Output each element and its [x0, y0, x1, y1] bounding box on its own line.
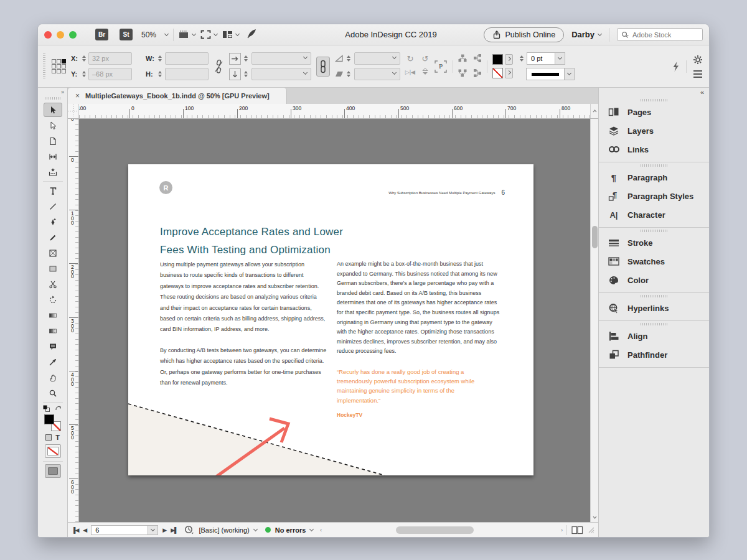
tool-content-collector[interactable]	[44, 165, 62, 179]
resize-grip-icon[interactable]	[588, 526, 594, 533]
horizontal-scrollbar-thumb[interactable]	[396, 526, 474, 534]
proxy-cell-selected[interactable]	[62, 59, 66, 63]
collapse-panels-icon[interactable]: «	[599, 88, 709, 97]
tool-note[interactable]	[44, 339, 62, 353]
flip-vertical-icon[interactable]	[421, 67, 429, 78]
tool-gradient-feather[interactable]	[44, 324, 62, 338]
formatting-affects-container-icon[interactable]	[45, 434, 52, 441]
view-options-button[interactable]	[179, 30, 195, 39]
proxy-cell[interactable]	[57, 64, 61, 68]
tool-pen[interactable]	[44, 215, 62, 229]
gear-icon[interactable]	[693, 55, 703, 65]
preflight-profile[interactable]: [Basic] (working)	[199, 526, 249, 534]
tool-line[interactable]	[44, 199, 62, 213]
user-menu-button[interactable]: Darby	[571, 30, 601, 39]
minimize-window-button[interactable]	[57, 31, 64, 39]
rotation-select[interactable]	[354, 52, 400, 65]
panel-item-links[interactable]: Links	[599, 140, 709, 159]
panel-group-drag-handle[interactable]	[599, 293, 709, 299]
scroll-left-button[interactable]: ‹	[320, 527, 321, 533]
tools-drag-handle[interactable]	[45, 97, 61, 100]
zoom-window-button[interactable]	[69, 31, 77, 39]
stroke-weight-stepper[interactable]	[518, 55, 525, 62]
panel-item-swatches[interactable]: Swatches	[599, 252, 709, 271]
tool-direct-selection[interactable]	[44, 118, 62, 133]
panel-item-hyperlinks[interactable]: Hyperlinks	[599, 299, 709, 317]
screen-mode-button[interactable]	[45, 464, 61, 478]
distribute-up-icon[interactable]	[458, 54, 467, 65]
unconstrain-proportions-icon[interactable]	[214, 59, 224, 74]
h-field[interactable]	[165, 68, 209, 80]
horizontal-scrollbar[interactable]	[328, 526, 554, 534]
scale-y-stepper[interactable]	[243, 71, 250, 77]
stroke-type-field[interactable]	[526, 68, 565, 80]
preflight-icon[interactable]	[184, 525, 194, 534]
h-stepper[interactable]	[157, 71, 164, 77]
preflight-status[interactable]: No errors	[275, 526, 306, 534]
adobe-stock-search[interactable]	[617, 28, 703, 41]
tool-zoom[interactable]	[44, 386, 62, 400]
shear-stepper[interactable]	[345, 71, 352, 77]
scale-x-stepper[interactable]	[243, 55, 250, 62]
stroke-weight-field[interactable]: 0 pt	[527, 52, 555, 65]
chevron-down-icon[interactable]	[309, 526, 314, 531]
formatting-affects-text-icon[interactable]: T	[55, 434, 60, 441]
tool-rectangle-frame[interactable]	[44, 246, 62, 260]
close-window-button[interactable]	[44, 31, 52, 39]
expand-dock-icon[interactable]: »	[61, 88, 67, 95]
fill-black-swatch[interactable]	[44, 414, 54, 424]
distribute-right-icon[interactable]	[473, 68, 482, 80]
shear-select[interactable]	[354, 68, 400, 80]
tool-gradient-swatch[interactable]	[44, 308, 62, 322]
publish-online-button[interactable]: Publish Online	[484, 27, 565, 42]
vertical-scrollbar-thumb[interactable]	[592, 226, 598, 248]
tool-page[interactable]	[44, 134, 62, 148]
tool-gap[interactable]	[44, 149, 62, 164]
tool-type[interactable]	[44, 184, 62, 198]
fill-menu-button[interactable]	[505, 54, 513, 65]
distribute-down-icon[interactable]	[458, 68, 467, 80]
y-stepper[interactable]	[80, 71, 87, 77]
swap-fill-stroke-icon[interactable]	[55, 405, 62, 412]
panel-item-color[interactable]: Color	[599, 271, 709, 289]
panel-menu-icon[interactable]	[693, 70, 702, 78]
tool-free-transform[interactable]	[44, 292, 62, 307]
panel-item-align[interactable]: Align	[599, 327, 709, 345]
rotation-stepper[interactable]	[345, 55, 352, 62]
reference-point-proxy[interactable]	[52, 59, 66, 73]
scroll-up-button[interactable]	[590, 104, 598, 118]
rotate-counterclockwise-icon[interactable]: ↺	[422, 55, 429, 63]
first-page-button[interactable]: ▐◀	[72, 527, 78, 533]
scale-x-select[interactable]	[251, 52, 311, 65]
proxy-cell[interactable]	[52, 69, 56, 73]
vertical-scrollbar[interactable]	[590, 119, 598, 522]
document-page[interactable]: R Why Subscription Businesses Need Multi…	[128, 164, 533, 475]
document-tab[interactable]: × MultipleGateways_Ebook_1b.indd @ 50% […	[68, 88, 287, 104]
panel-group-drag-handle[interactable]	[599, 321, 709, 327]
close-tab-icon[interactable]: ×	[75, 91, 80, 100]
panel-item-layers[interactable]: Layers	[599, 121, 709, 140]
vertical-ruler[interactable]: 00 0 100 200 300 400 500 600	[68, 119, 79, 522]
panel-item-paragraph[interactable]: ¶ Paragraph	[599, 168, 709, 187]
page-number-dropdown[interactable]	[148, 525, 158, 535]
panel-item-stroke[interactable]: Stroke	[599, 233, 709, 252]
panel-item-pages[interactable]: Pages	[599, 103, 709, 121]
panel-item-character[interactable]: A| Character	[599, 205, 709, 224]
x-field[interactable]: 32 px	[88, 52, 132, 65]
proxy-cell[interactable]	[52, 59, 56, 63]
pages-spread-icon[interactable]	[571, 526, 583, 534]
default-fill-stroke-icon[interactable]	[43, 405, 50, 412]
tool-scissors[interactable]	[44, 277, 62, 291]
last-page-button[interactable]: ▶▌	[171, 527, 177, 533]
scale-y-select[interactable]	[251, 68, 311, 80]
scroll-down-button[interactable]	[591, 510, 598, 521]
x-stepper[interactable]	[80, 55, 87, 62]
chevron-down-icon[interactable]	[253, 526, 258, 531]
touch-workspace-button[interactable]	[247, 29, 258, 41]
tool-selection[interactable]	[44, 103, 62, 117]
fill-swatch[interactable]	[492, 54, 503, 65]
proxy-cell[interactable]	[62, 64, 66, 68]
select-container-button[interactable]: P	[434, 60, 448, 73]
arrange-documents-button[interactable]	[222, 30, 239, 39]
fill-stroke-indicator[interactable]	[44, 414, 61, 431]
